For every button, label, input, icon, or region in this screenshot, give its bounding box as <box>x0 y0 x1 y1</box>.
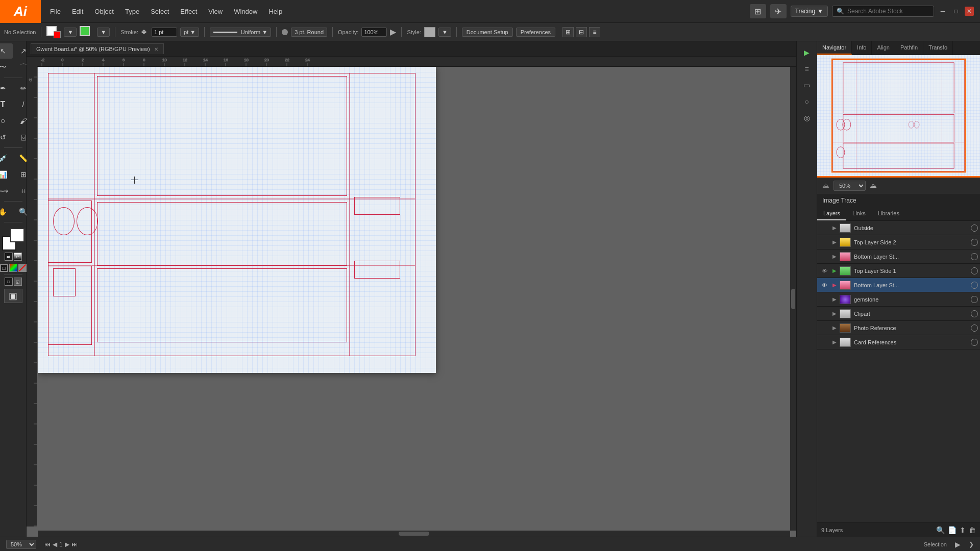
layer-bottom-2[interactable]: 👁 ▶ Bottom Layer St... <box>817 278 980 292</box>
layer-bottom-1-circle[interactable] <box>971 253 978 260</box>
warp2-tool[interactable]: ⟿ <box>0 183 13 198</box>
search-bar[interactable]: 🔍 <box>832 6 934 17</box>
zoom-status-select[interactable]: 50% 100% <box>6 540 36 549</box>
layer-clipart[interactable]: ▶ Clipart <box>817 307 980 321</box>
layer-outside-expand[interactable]: ▶ <box>830 224 839 232</box>
layers-icon[interactable]: ≡ <box>799 62 815 76</box>
zoom-mountain-large-icon[interactable]: ⛰ <box>870 182 877 190</box>
zoom-select[interactable]: 50% 100% 200% <box>834 181 866 191</box>
reset-colors[interactable]: ↩ <box>14 253 22 261</box>
document-tab[interactable]: Gwent Board.ai* @ 50% (RGB/GPU Preview) … <box>31 43 164 54</box>
layer-photo-ref-expand[interactable]: ▶ <box>830 324 839 332</box>
first-page-icon[interactable]: ⏮ <box>44 541 51 548</box>
style-swatch[interactable] <box>424 27 435 37</box>
tab-pathfin[interactable]: Pathfin <box>895 41 923 55</box>
layer-clipart-expand[interactable]: ▶ <box>830 310 839 318</box>
layer-gemstone-expand[interactable]: ▶ <box>830 295 839 304</box>
tab-transfo[interactable]: Transfo <box>923 41 953 55</box>
stroke-style-dropdown[interactable]: Uniform ▼ <box>210 28 271 37</box>
layer-clipart-circle[interactable] <box>971 310 978 317</box>
menu-view[interactable]: View <box>203 6 228 17</box>
arrange-icon-1[interactable]: ⊞ <box>562 27 574 37</box>
arrange-icon-3[interactable]: ≡ <box>589 27 600 37</box>
layer-top-side-2-circle[interactable] <box>971 239 978 246</box>
stroke-color[interactable] <box>80 26 94 38</box>
swap-colors[interactable]: ⇄ <box>5 253 13 261</box>
tab-libraries[interactable]: Libraries <box>872 207 905 220</box>
artboard-container[interactable] <box>38 67 791 532</box>
eyedropper-tool[interactable]: 💉 <box>0 151 13 166</box>
fill-color[interactable] <box>46 26 61 38</box>
zoom-mountain-icon[interactable]: ⛰ <box>822 182 829 190</box>
arrange-icon[interactable]: ⊞ <box>750 4 766 18</box>
select-tool[interactable]: ↖ <box>0 43 13 59</box>
minimize-button[interactable]: ─ <box>938 7 947 16</box>
layer-bottom-1-expand[interactable]: ▶ <box>830 253 839 261</box>
opacity-input[interactable] <box>361 28 387 37</box>
screen-mode[interactable]: ▣ <box>4 289 22 303</box>
layer-outside-circle[interactable] <box>971 224 978 232</box>
hand-tool[interactable]: ✋ <box>0 204 13 219</box>
layer-bottom-1[interactable]: ▶ Bottom Layer St... <box>817 249 980 264</box>
stroke-value-input[interactable] <box>152 28 177 37</box>
send-icon[interactable]: ✈ <box>770 4 787 18</box>
menu-effect[interactable]: Effect <box>175 6 202 17</box>
layer-photo-ref-eye[interactable] <box>819 323 829 333</box>
delete-layer-icon[interactable]: 🗑 <box>969 526 976 534</box>
preferences-button[interactable]: Preferences <box>516 28 555 37</box>
opacity-expand[interactable]: ▶ <box>390 27 396 37</box>
layer-card-ref[interactable]: ▶ Card References <box>817 335 980 349</box>
pen-tool[interactable]: ✒ <box>0 81 13 96</box>
layer-card-ref-eye[interactable] <box>819 337 829 347</box>
play-icon[interactable]: ▶ <box>799 45 815 60</box>
gradient-mode[interactable] <box>9 264 17 272</box>
tab-info[interactable]: Info <box>852 41 872 55</box>
layer-bottom-1-eye[interactable] <box>819 252 829 262</box>
search-input[interactable] <box>847 8 919 15</box>
menu-type[interactable]: Type <box>120 6 144 17</box>
h-scrollbar[interactable] <box>38 531 790 537</box>
prev-page-icon[interactable]: ◀ <box>53 541 57 548</box>
graph-tool[interactable]: 📊 <box>0 167 13 182</box>
menu-file[interactable]: File <box>45 6 66 17</box>
tab-links[interactable]: Links <box>846 207 872 220</box>
menu-object[interactable]: Object <box>89 6 119 17</box>
stroke-dropdown[interactable]: ▼ <box>97 28 110 37</box>
layer-top-side-1-eye[interactable]: 👁 <box>819 266 829 276</box>
warp-tool[interactable]: 〜 <box>0 60 13 75</box>
status-expand-icon[interactable]: ❯ <box>969 541 974 548</box>
layer-gemstone[interactable]: ▶ gemstone <box>817 292 980 307</box>
target-icon[interactable]: ◎ <box>799 111 815 125</box>
round-style-dropdown[interactable]: 3 pt. Round <box>291 28 327 37</box>
layer-top-side-1-circle[interactable] <box>971 267 978 274</box>
layer-top-side-1-expand[interactable]: ▶ <box>830 267 839 275</box>
layer-bottom-2-circle[interactable] <box>971 282 978 289</box>
layer-card-ref-circle[interactable] <box>971 339 978 346</box>
ellipse-tool[interactable]: ○ <box>0 113 13 129</box>
layer-top-side-1[interactable]: 👁 ▶ Top Layer Side 1 <box>817 264 980 278</box>
move-layer-up-icon[interactable]: ⬆ <box>960 526 966 534</box>
maximize-button[interactable]: □ <box>951 7 961 16</box>
artboard[interactable] <box>38 67 436 373</box>
no-fill-mode[interactable] <box>18 264 27 272</box>
layer-card-ref-expand[interactable]: ▶ <box>830 338 839 346</box>
circle-icon-r[interactable]: ○ <box>799 94 815 109</box>
stroke-spinner[interactable] <box>141 30 149 34</box>
add-layer-icon[interactable]: 📄 <box>948 526 957 534</box>
layer-bottom-2-expand[interactable]: ▶ <box>830 281 839 289</box>
menu-help[interactable]: Help <box>263 6 287 17</box>
layer-top-side-2[interactable]: ▶ Top Layer Side 2 <box>817 235 980 249</box>
tab-close-icon[interactable]: ✕ <box>154 46 158 52</box>
layer-gemstone-circle[interactable] <box>971 296 978 303</box>
stroke-swatch-tool[interactable] <box>10 228 24 242</box>
menu-window[interactable]: Window <box>229 6 262 17</box>
rect-icon[interactable]: ▭ <box>799 78 815 92</box>
layer-bottom-2-eye[interactable]: 👁 <box>819 280 829 290</box>
close-button[interactable]: ✕ <box>965 7 974 16</box>
v-scroll-thumb[interactable] <box>791 289 795 309</box>
type-tool[interactable]: T <box>0 97 13 112</box>
doc-setup-button[interactable]: Document Setup <box>462 28 513 37</box>
layer-top-side-2-eye[interactable] <box>819 237 829 247</box>
menu-select[interactable]: Select <box>145 6 174 17</box>
arrange-icon-2[interactable]: ⊟ <box>576 27 587 37</box>
